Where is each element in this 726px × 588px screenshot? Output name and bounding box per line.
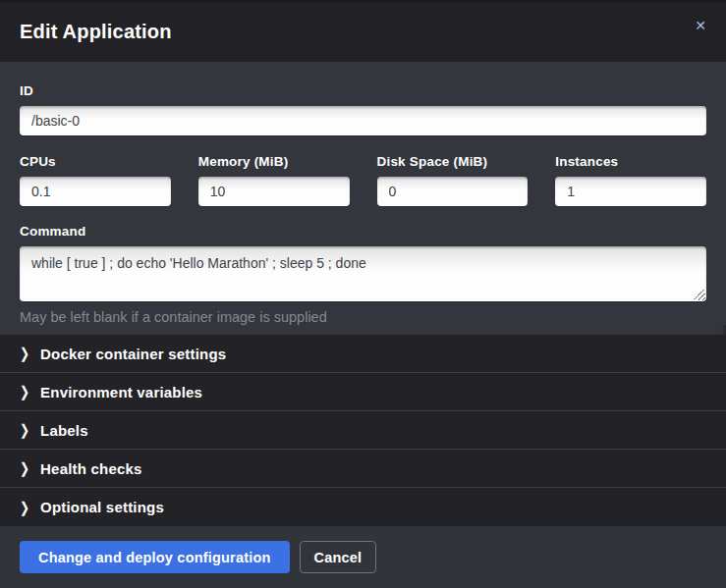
chevron-right-icon: ❯	[20, 347, 29, 361]
id-form-group: ID	[20, 83, 706, 135]
command-label: Command	[20, 224, 706, 239]
command-form-group: Command while [ true ] ; do echo 'Hello …	[20, 224, 706, 325]
accordion-optional-settings[interactable]: ❯ Optional settings	[0, 488, 726, 526]
accordion-labels[interactable]: ❯ Labels	[0, 411, 726, 450]
accordion-label: Docker container settings	[40, 346, 226, 362]
chevron-right-icon: ❯	[20, 500, 29, 514]
command-help-text: May be left blank if a container image i…	[20, 309, 706, 325]
instances-label: Instances	[555, 154, 706, 169]
cancel-button[interactable]: Cancel	[300, 541, 377, 573]
cpus-label: CPUs	[20, 154, 171, 169]
accordion-health-checks[interactable]: ❯ Health checks	[0, 450, 726, 488]
disk-form-group: Disk Space (MiB)	[377, 154, 529, 206]
memory-form-group: Memory (MiB)	[198, 154, 350, 206]
close-icon[interactable]: ✕	[689, 14, 712, 37]
chevron-right-icon: ❯	[20, 423, 29, 438]
chevron-right-icon: ❯	[20, 461, 29, 476]
page-title: Edit Application	[20, 21, 172, 43]
accordion-label: Labels	[40, 422, 88, 439]
change-and-deploy-button[interactable]: Change and deploy configuration	[20, 541, 290, 573]
instances-form-group: Instances	[555, 154, 706, 206]
accordion-panel: ❯ Docker container settings ❯ Environmen…	[0, 335, 726, 526]
edit-application-modal: Edit Application ✕ ID CPUs Memory (MiB) …	[0, 0, 726, 588]
disk-label: Disk Space (MiB)	[377, 154, 529, 169]
accordion-environment-variables[interactable]: ❯ Environment variables	[0, 373, 726, 411]
command-textarea[interactable]: while [ true ] ; do echo 'Hello Marathon…	[20, 246, 706, 301]
memory-input[interactable]	[198, 177, 350, 206]
id-input[interactable]	[20, 106, 706, 135]
accordion-label: Environment variables	[40, 384, 202, 401]
memory-label: Memory (MiB)	[198, 154, 350, 169]
disk-input[interactable]	[377, 177, 529, 206]
cpus-input[interactable]	[20, 177, 171, 206]
modal-header: Edit Application ✕	[0, 0, 726, 62]
chevron-right-icon: ❯	[20, 385, 29, 400]
instances-input[interactable]	[555, 177, 706, 206]
accordion-docker-container-settings[interactable]: ❯ Docker container settings	[0, 335, 726, 373]
cpus-form-group: CPUs	[20, 154, 171, 206]
modal-footer: Change and deploy configuration Cancel	[0, 526, 726, 588]
id-label: ID	[20, 83, 706, 98]
resources-row: CPUs Memory (MiB) Disk Space (MiB) Insta…	[20, 154, 706, 206]
accordion-label: Health checks	[40, 460, 141, 477]
modal-body: ID CPUs Memory (MiB) Disk Space (MiB) In…	[0, 62, 726, 325]
accordion-label: Optional settings	[40, 499, 164, 515]
command-textarea-wrap: while [ true ] ; do echo 'Hello Marathon…	[20, 246, 706, 301]
